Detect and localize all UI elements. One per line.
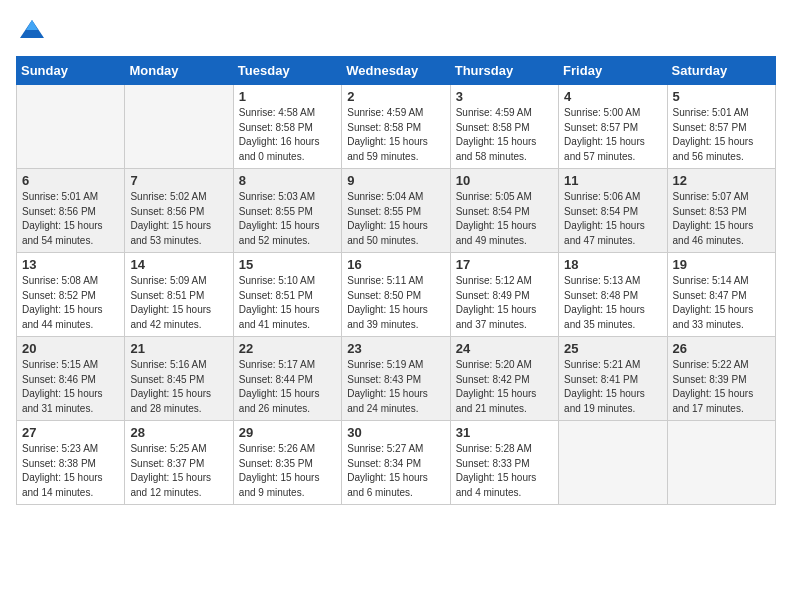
weekday-header: Friday [559, 57, 667, 85]
calendar-cell [667, 421, 775, 505]
calendar-cell: 8Sunrise: 5:03 AMSunset: 8:55 PMDaylight… [233, 169, 341, 253]
day-info: Sunrise: 5:15 AMSunset: 8:46 PMDaylight:… [22, 358, 119, 416]
day-info: Sunrise: 5:20 AMSunset: 8:42 PMDaylight:… [456, 358, 553, 416]
day-number: 8 [239, 173, 336, 188]
calendar-cell: 9Sunrise: 5:04 AMSunset: 8:55 PMDaylight… [342, 169, 450, 253]
weekday-header: Saturday [667, 57, 775, 85]
weekday-header: Monday [125, 57, 233, 85]
day-number: 2 [347, 89, 444, 104]
day-info: Sunrise: 5:01 AMSunset: 8:56 PMDaylight:… [22, 190, 119, 248]
day-info: Sunrise: 5:00 AMSunset: 8:57 PMDaylight:… [564, 106, 661, 164]
weekday-header: Thursday [450, 57, 558, 85]
calendar-cell: 17Sunrise: 5:12 AMSunset: 8:49 PMDayligh… [450, 253, 558, 337]
day-info: Sunrise: 5:03 AMSunset: 8:55 PMDaylight:… [239, 190, 336, 248]
calendar-cell: 2Sunrise: 4:59 AMSunset: 8:58 PMDaylight… [342, 85, 450, 169]
day-info: Sunrise: 5:21 AMSunset: 8:41 PMDaylight:… [564, 358, 661, 416]
calendar-cell: 16Sunrise: 5:11 AMSunset: 8:50 PMDayligh… [342, 253, 450, 337]
day-info: Sunrise: 5:11 AMSunset: 8:50 PMDaylight:… [347, 274, 444, 332]
day-info: Sunrise: 5:12 AMSunset: 8:49 PMDaylight:… [456, 274, 553, 332]
day-info: Sunrise: 5:27 AMSunset: 8:34 PMDaylight:… [347, 442, 444, 500]
day-info: Sunrise: 4:58 AMSunset: 8:58 PMDaylight:… [239, 106, 336, 164]
day-info: Sunrise: 5:23 AMSunset: 8:38 PMDaylight:… [22, 442, 119, 500]
calendar-cell: 3Sunrise: 4:59 AMSunset: 8:58 PMDaylight… [450, 85, 558, 169]
day-number: 18 [564, 257, 661, 272]
day-info: Sunrise: 5:10 AMSunset: 8:51 PMDaylight:… [239, 274, 336, 332]
weekday-header: Wednesday [342, 57, 450, 85]
calendar-cell: 10Sunrise: 5:05 AMSunset: 8:54 PMDayligh… [450, 169, 558, 253]
calendar-cell: 13Sunrise: 5:08 AMSunset: 8:52 PMDayligh… [17, 253, 125, 337]
calendar-cell: 19Sunrise: 5:14 AMSunset: 8:47 PMDayligh… [667, 253, 775, 337]
weekday-header: Tuesday [233, 57, 341, 85]
day-info: Sunrise: 5:06 AMSunset: 8:54 PMDaylight:… [564, 190, 661, 248]
day-info: Sunrise: 5:01 AMSunset: 8:57 PMDaylight:… [673, 106, 770, 164]
day-info: Sunrise: 5:19 AMSunset: 8:43 PMDaylight:… [347, 358, 444, 416]
calendar-cell: 29Sunrise: 5:26 AMSunset: 8:35 PMDayligh… [233, 421, 341, 505]
day-info: Sunrise: 5:07 AMSunset: 8:53 PMDaylight:… [673, 190, 770, 248]
svg-marker-1 [26, 20, 38, 30]
calendar-cell [17, 85, 125, 169]
day-number: 19 [673, 257, 770, 272]
day-info: Sunrise: 5:17 AMSunset: 8:44 PMDaylight:… [239, 358, 336, 416]
calendar-cell: 26Sunrise: 5:22 AMSunset: 8:39 PMDayligh… [667, 337, 775, 421]
calendar-cell: 5Sunrise: 5:01 AMSunset: 8:57 PMDaylight… [667, 85, 775, 169]
calendar-cell: 6Sunrise: 5:01 AMSunset: 8:56 PMDaylight… [17, 169, 125, 253]
day-number: 26 [673, 341, 770, 356]
day-number: 20 [22, 341, 119, 356]
day-number: 12 [673, 173, 770, 188]
weekday-header: Sunday [17, 57, 125, 85]
day-number: 24 [456, 341, 553, 356]
day-number: 22 [239, 341, 336, 356]
day-number: 15 [239, 257, 336, 272]
day-info: Sunrise: 5:16 AMSunset: 8:45 PMDaylight:… [130, 358, 227, 416]
calendar-cell: 30Sunrise: 5:27 AMSunset: 8:34 PMDayligh… [342, 421, 450, 505]
calendar-cell: 18Sunrise: 5:13 AMSunset: 8:48 PMDayligh… [559, 253, 667, 337]
day-info: Sunrise: 5:26 AMSunset: 8:35 PMDaylight:… [239, 442, 336, 500]
calendar-cell: 31Sunrise: 5:28 AMSunset: 8:33 PMDayligh… [450, 421, 558, 505]
day-number: 1 [239, 89, 336, 104]
logo [16, 16, 50, 44]
day-info: Sunrise: 5:05 AMSunset: 8:54 PMDaylight:… [456, 190, 553, 248]
logo-icon [18, 16, 46, 44]
day-info: Sunrise: 5:28 AMSunset: 8:33 PMDaylight:… [456, 442, 553, 500]
day-info: Sunrise: 4:59 AMSunset: 8:58 PMDaylight:… [347, 106, 444, 164]
calendar-cell: 21Sunrise: 5:16 AMSunset: 8:45 PMDayligh… [125, 337, 233, 421]
day-number: 28 [130, 425, 227, 440]
calendar-cell: 23Sunrise: 5:19 AMSunset: 8:43 PMDayligh… [342, 337, 450, 421]
calendar-cell: 25Sunrise: 5:21 AMSunset: 8:41 PMDayligh… [559, 337, 667, 421]
day-info: Sunrise: 4:59 AMSunset: 8:58 PMDaylight:… [456, 106, 553, 164]
day-number: 4 [564, 89, 661, 104]
calendar-cell: 14Sunrise: 5:09 AMSunset: 8:51 PMDayligh… [125, 253, 233, 337]
calendar-cell: 22Sunrise: 5:17 AMSunset: 8:44 PMDayligh… [233, 337, 341, 421]
calendar-cell: 20Sunrise: 5:15 AMSunset: 8:46 PMDayligh… [17, 337, 125, 421]
day-number: 6 [22, 173, 119, 188]
day-number: 29 [239, 425, 336, 440]
day-number: 14 [130, 257, 227, 272]
calendar-cell: 15Sunrise: 5:10 AMSunset: 8:51 PMDayligh… [233, 253, 341, 337]
day-number: 7 [130, 173, 227, 188]
calendar-cell: 1Sunrise: 4:58 AMSunset: 8:58 PMDaylight… [233, 85, 341, 169]
calendar-cell: 24Sunrise: 5:20 AMSunset: 8:42 PMDayligh… [450, 337, 558, 421]
day-number: 16 [347, 257, 444, 272]
day-info: Sunrise: 5:02 AMSunset: 8:56 PMDaylight:… [130, 190, 227, 248]
calendar-cell: 12Sunrise: 5:07 AMSunset: 8:53 PMDayligh… [667, 169, 775, 253]
day-number: 10 [456, 173, 553, 188]
day-number: 17 [456, 257, 553, 272]
day-info: Sunrise: 5:04 AMSunset: 8:55 PMDaylight:… [347, 190, 444, 248]
day-info: Sunrise: 5:22 AMSunset: 8:39 PMDaylight:… [673, 358, 770, 416]
day-info: Sunrise: 5:08 AMSunset: 8:52 PMDaylight:… [22, 274, 119, 332]
calendar-cell: 4Sunrise: 5:00 AMSunset: 8:57 PMDaylight… [559, 85, 667, 169]
calendar-table: SundayMondayTuesdayWednesdayThursdayFrid… [16, 56, 776, 505]
calendar-cell: 28Sunrise: 5:25 AMSunset: 8:37 PMDayligh… [125, 421, 233, 505]
day-number: 5 [673, 89, 770, 104]
day-number: 30 [347, 425, 444, 440]
day-number: 23 [347, 341, 444, 356]
calendar-cell: 7Sunrise: 5:02 AMSunset: 8:56 PMDaylight… [125, 169, 233, 253]
day-number: 21 [130, 341, 227, 356]
day-info: Sunrise: 5:25 AMSunset: 8:37 PMDaylight:… [130, 442, 227, 500]
day-number: 25 [564, 341, 661, 356]
day-number: 11 [564, 173, 661, 188]
day-number: 13 [22, 257, 119, 272]
calendar-cell: 11Sunrise: 5:06 AMSunset: 8:54 PMDayligh… [559, 169, 667, 253]
day-number: 31 [456, 425, 553, 440]
calendar-cell [559, 421, 667, 505]
